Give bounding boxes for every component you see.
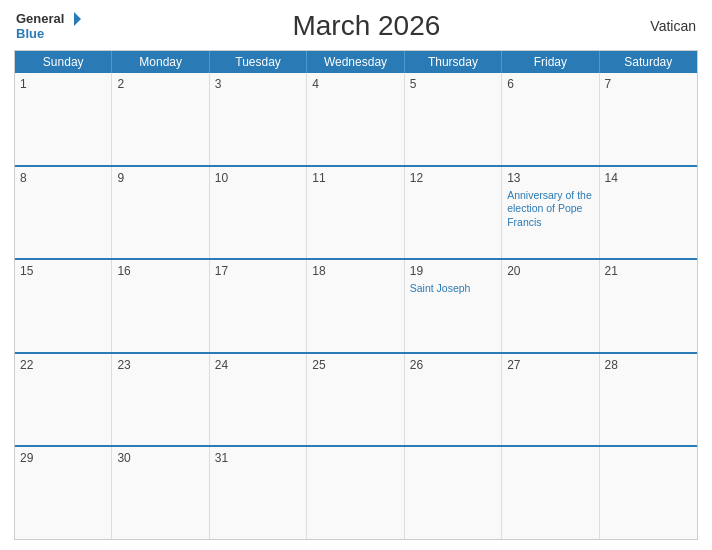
day-cell: 10 xyxy=(210,167,307,259)
day-cell: 19Saint Joseph xyxy=(405,260,502,352)
day-number: 19 xyxy=(410,264,496,278)
day-number: 10 xyxy=(215,171,301,185)
day-number: 1 xyxy=(20,77,106,91)
week-row-3: 1516171819Saint Joseph2021 xyxy=(15,258,697,352)
day-number: 15 xyxy=(20,264,106,278)
day-number: 3 xyxy=(215,77,301,91)
day-cell: 13Anniversary of the election of Pope Fr… xyxy=(502,167,599,259)
day-cell: 22 xyxy=(15,354,112,446)
header-thursday: Thursday xyxy=(405,51,502,73)
day-cell: 25 xyxy=(307,354,404,446)
day-number: 27 xyxy=(507,358,593,372)
calendar-page: General Blue March 2026 Vatican Sunday M… xyxy=(0,0,712,550)
day-number: 17 xyxy=(215,264,301,278)
day-cell: 2 xyxy=(112,73,209,165)
day-number: 30 xyxy=(117,451,203,465)
day-number: 21 xyxy=(605,264,692,278)
header-friday: Friday xyxy=(502,51,599,73)
day-cell xyxy=(600,447,697,539)
day-number: 16 xyxy=(117,264,203,278)
day-number: 26 xyxy=(410,358,496,372)
day-cell: 7 xyxy=(600,73,697,165)
day-cell: 21 xyxy=(600,260,697,352)
day-number: 12 xyxy=(410,171,496,185)
header-monday: Monday xyxy=(112,51,209,73)
calendar-title: March 2026 xyxy=(292,10,440,42)
day-number: 24 xyxy=(215,358,301,372)
day-cell: 30 xyxy=(112,447,209,539)
day-number: 31 xyxy=(215,451,301,465)
country-label: Vatican xyxy=(650,18,696,34)
day-cell: 28 xyxy=(600,354,697,446)
week-row-2: 8910111213Anniversary of the election of… xyxy=(15,165,697,259)
day-number: 9 xyxy=(117,171,203,185)
day-cell: 15 xyxy=(15,260,112,352)
weeks-container: 12345678910111213Anniversary of the elec… xyxy=(15,73,697,539)
event-label: Anniversary of the election of Pope Fran… xyxy=(507,189,593,230)
day-cell: 18 xyxy=(307,260,404,352)
day-cell: 6 xyxy=(502,73,599,165)
day-number: 14 xyxy=(605,171,692,185)
event-label: Saint Joseph xyxy=(410,282,496,296)
day-number: 11 xyxy=(312,171,398,185)
day-number: 2 xyxy=(117,77,203,91)
day-number: 22 xyxy=(20,358,106,372)
day-cell: 17 xyxy=(210,260,307,352)
day-cell: 27 xyxy=(502,354,599,446)
week-row-4: 22232425262728 xyxy=(15,352,697,446)
day-cell: 4 xyxy=(307,73,404,165)
svg-marker-0 xyxy=(74,12,81,26)
header-wednesday: Wednesday xyxy=(307,51,404,73)
day-cell: 23 xyxy=(112,354,209,446)
header-saturday: Saturday xyxy=(600,51,697,73)
header-sunday: Sunday xyxy=(15,51,112,73)
day-cell: 31 xyxy=(210,447,307,539)
day-cell: 16 xyxy=(112,260,209,352)
calendar-grid: Sunday Monday Tuesday Wednesday Thursday… xyxy=(14,50,698,540)
logo-blue-text: Blue xyxy=(16,27,82,41)
day-cell: 20 xyxy=(502,260,599,352)
day-number: 4 xyxy=(312,77,398,91)
day-number: 29 xyxy=(20,451,106,465)
day-number: 13 xyxy=(507,171,593,185)
logo-general-text: General xyxy=(16,12,64,26)
week-row-1: 1234567 xyxy=(15,73,697,165)
day-number: 5 xyxy=(410,77,496,91)
day-cell xyxy=(307,447,404,539)
day-cell: 11 xyxy=(307,167,404,259)
day-cell: 1 xyxy=(15,73,112,165)
header-tuesday: Tuesday xyxy=(210,51,307,73)
day-number: 28 xyxy=(605,358,692,372)
header: General Blue March 2026 Vatican xyxy=(14,10,698,42)
day-number: 6 xyxy=(507,77,593,91)
day-number: 7 xyxy=(605,77,692,91)
day-number: 25 xyxy=(312,358,398,372)
day-cell: 26 xyxy=(405,354,502,446)
logo: General Blue xyxy=(16,11,82,41)
day-headers-row: Sunday Monday Tuesday Wednesday Thursday… xyxy=(15,51,697,73)
day-cell: 12 xyxy=(405,167,502,259)
day-number: 18 xyxy=(312,264,398,278)
week-row-5: 293031 xyxy=(15,445,697,539)
day-cell xyxy=(405,447,502,539)
logo-flag-icon xyxy=(66,11,82,27)
day-cell: 14 xyxy=(600,167,697,259)
day-cell: 9 xyxy=(112,167,209,259)
day-cell: 8 xyxy=(15,167,112,259)
day-cell: 3 xyxy=(210,73,307,165)
day-number: 23 xyxy=(117,358,203,372)
day-cell: 5 xyxy=(405,73,502,165)
day-cell: 24 xyxy=(210,354,307,446)
day-number: 20 xyxy=(507,264,593,278)
day-cell xyxy=(502,447,599,539)
day-cell: 29 xyxy=(15,447,112,539)
day-number: 8 xyxy=(20,171,106,185)
